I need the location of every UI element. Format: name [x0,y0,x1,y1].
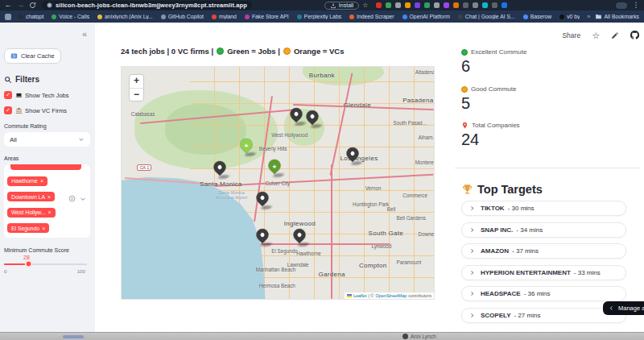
remove-tag-icon[interactable]: × [47,194,51,200]
map-marker[interactable] [269,160,281,172]
target-expander[interactable]: SNAP INC.- 34 mins [461,222,626,238]
map-city-label: Hermosa Beach [259,283,295,288]
osm-link[interactable]: OpenStreetMap [375,293,407,298]
remove-tag-icon[interactable]: × [48,209,52,215]
target-expander[interactable]: HEADSPACE- 36 mins [461,286,626,301]
chevron-down-icon[interactable] [80,196,86,202]
map-city-label: Santa Monica [200,180,242,188]
commute-rating-select[interactable]: All [4,132,90,147]
metric-value: 6 [461,57,526,76]
orange-legend-dot [283,48,291,55]
bookmark-item[interactable]: Voice - Calls [52,14,89,19]
areas-multiselect[interactable]: Hawthorne×Downtown LA×West Hollyw...×El … [4,164,90,238]
sidebar: « Clear Cache Filters ✓ Show Tech Jobs ✓ [0,23,95,332]
install-button[interactable]: Install [324,2,359,10]
edit-pencil-icon[interactable] [611,31,619,39]
extension-icon[interactable] [405,2,411,8]
zoom-in-button[interactable]: + [130,75,143,88]
area-tag[interactable]: Hawthorne× [7,176,47,186]
map-city-label: Downey [419,231,435,237]
clear-cache-button[interactable]: Clear Cache [4,48,61,64]
extension-icon[interactable] [502,2,507,8]
map-marker[interactable] [214,161,226,173]
target-expander[interactable]: SCOPELY- 27 mins [461,308,626,323]
leaflet-link[interactable]: Leaflet [353,293,367,298]
leaflet-map[interactable]: CA 1 CalabasasBurbankGlendalePasadenaAlt… [121,66,435,300]
url-bar[interactable]: silicon-beach-jobs-clean-lbnwb3mjjweey3r… [42,1,252,10]
bookmark-item[interactable]: Baserow [523,14,551,19]
area-tag[interactable]: West Hollyw...× [7,208,56,218]
zoom-out-button[interactable]: − [130,88,143,101]
map-city-label: Altadena [415,69,435,75]
bookmark-item[interactable]: Perplexity Labs [297,14,341,19]
remove-tag-icon[interactable]: × [42,226,45,231]
extension-icon[interactable] [415,2,420,8]
forward-icon[interactable]: → [16,0,26,10]
checkbox-show-vc-firms[interactable]: ✓ Show VC Firms [4,106,90,114]
bookmark-item[interactable]: OpenAI Platform [402,14,450,19]
bookmarks-overflow-icon[interactable]: » [587,13,590,20]
extension-icon[interactable] [424,2,430,8]
extension-icon[interactable] [376,2,382,8]
bookmark-item[interactable]: GitHub Copilot [161,14,204,19]
github-icon[interactable] [630,31,639,39]
remove-tag-icon[interactable]: × [40,178,43,184]
share-button[interactable]: Share [562,31,580,39]
bookmark-item[interactable]: Fake Store API [245,14,289,19]
reload-icon[interactable] [29,2,39,9]
map-marker[interactable] [294,229,306,241]
marker-pin-icon [291,226,308,243]
bookmark-item[interactable]: Indeed Scraper [349,14,394,19]
bookmark-item[interactable]: Chat | Google AI S... [458,14,515,19]
extension-icon[interactable] [386,2,391,8]
target-expander[interactable]: TIKTOK- 30 mins [461,201,626,216]
map-marker[interactable] [256,229,268,241]
bookmark-favicon [523,15,528,19]
map-city-label: Beverly Hills [259,146,287,151]
metric-value: 5 [461,94,516,113]
bookmark-item[interactable]: chatgpt [19,14,43,19]
target-expander[interactable]: HYPERION ENTERTAINMENT- 33 mins [461,265,626,280]
bookmark-item[interactable]: v0 by Vercel [559,14,580,19]
divider [455,168,640,168]
metric-good-commute: Good Commute 5 [461,85,516,113]
manage-app-button[interactable]: Manage app [603,301,644,315]
bookmark-item[interactable]: myland [212,14,237,19]
menu-dots-icon[interactable]: ⋮ [631,0,641,10]
extension-icon[interactable] [444,2,449,8]
extension-icon[interactable] [463,2,469,8]
map-city-label: Hawthorne [296,251,320,256]
map-marker[interactable] [241,139,253,151]
sidebar-collapse-icon[interactable]: « [82,31,87,38]
extension-icon[interactable] [395,2,401,8]
back-icon[interactable]: ← [3,0,13,10]
clear-all-icon[interactable] [68,195,76,202]
extension-icon[interactable] [482,2,488,8]
marker-pin-icon [254,226,270,243]
folder-icon [595,13,602,20]
target-expander[interactable]: AMAZON- 37 mins [461,243,626,259]
favorite-star-icon[interactable]: ☆ [592,31,600,39]
marker-pin-icon [254,189,270,206]
profile-chip[interactable] [616,2,627,9]
area-tag[interactable]: Downtown LA× [7,192,55,201]
chevron-right-icon [469,291,475,296]
extension-icon[interactable] [473,2,478,8]
all-bookmarks-button[interactable]: All Bookmarks [595,13,639,20]
marker-pin-icon [212,159,229,176]
bookmark-star-icon[interactable]: ☆ [362,2,368,9]
map-city-label: Glendale [343,102,370,109]
slider-thumb[interactable] [25,260,32,267]
bookmark-item[interactable]: anixlynch (Anix Ly... [97,14,153,19]
map-marker[interactable] [256,192,268,204]
map-marker[interactable] [306,110,318,122]
map-marker[interactable] [291,108,303,120]
extension-icon[interactable] [492,2,497,8]
top-targets-heading: Top Targets [461,183,543,196]
apps-icon[interactable] [5,14,11,20]
extension-icon[interactable] [434,2,440,8]
area-tag[interactable]: El Segundo× [7,223,49,233]
map-marker[interactable] [347,147,359,160]
checkbox-show-tech-jobs[interactable]: ✓ Show Tech Jobs [4,91,90,99]
extension-icon[interactable] [453,2,459,8]
